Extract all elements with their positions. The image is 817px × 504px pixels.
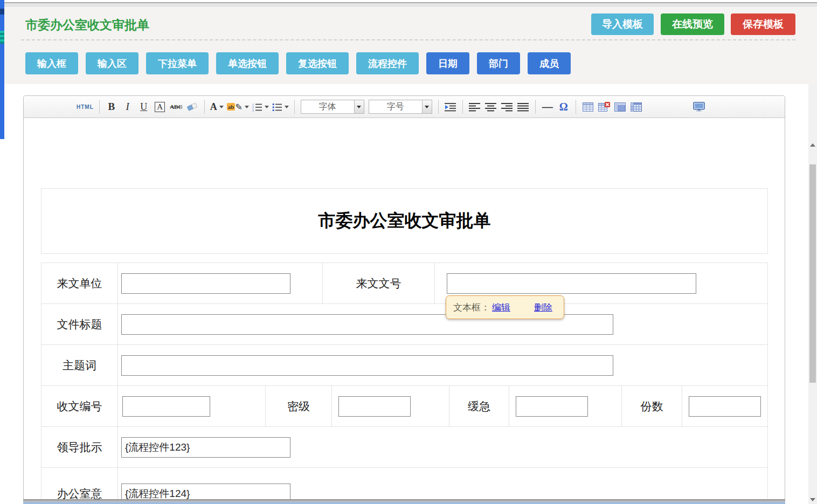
cell-incoming-unit <box>118 263 323 303</box>
form-table: 来文单位 来文文号 文件标题 主题词 <box>41 263 768 504</box>
table-row: 文件标题 <box>41 304 767 345</box>
left-edge-panel <box>0 0 4 139</box>
add-department-button[interactable]: 部门 <box>477 52 520 74</box>
align-justify-icon <box>517 102 529 112</box>
editor-document[interactable]: 市委办公室收文审批单 来文单位 来文文号 文件标题 <box>24 118 785 503</box>
chevron-down-icon <box>357 106 361 108</box>
horizontal-rule-button[interactable]: — <box>541 99 554 114</box>
border-text-button[interactable]: A <box>155 102 165 112</box>
add-dropdown-button[interactable]: 下拉菜单 <box>146 52 209 74</box>
label-receipt-number: 收文编号 <box>41 386 118 426</box>
unordered-list-button[interactable] <box>272 99 289 114</box>
subject-words-input[interactable] <box>121 355 613 376</box>
scroll-down-arrow-icon[interactable] <box>810 498 815 501</box>
cell-leader-instructions <box>118 427 767 467</box>
special-char-button[interactable]: Ω <box>557 99 570 114</box>
header: 市委办公室收文审批单 导入模板 在线预览 保存模板 输入框 输入区 下拉菜单 单… <box>4 6 817 84</box>
delete-field-link[interactable]: 删除 <box>534 301 552 314</box>
label-doc-number: 来文文号 <box>323 263 435 303</box>
indent-button[interactable] <box>444 99 457 114</box>
incoming-unit-input[interactable] <box>121 273 290 294</box>
table-cell-icon <box>614 102 626 112</box>
font-family-dropdown-button[interactable] <box>354 100 364 113</box>
bottom-edge-band <box>23 502 785 504</box>
add-checkbox-button[interactable]: 复选按钮 <box>286 52 349 74</box>
bold-button[interactable]: B <box>105 99 118 114</box>
editor-toolbar: HTML B I U A ABC A ab <box>24 96 785 118</box>
label-urgency: 缓急 <box>449 386 509 426</box>
label-security-level: 密级 <box>266 386 332 426</box>
table-row: 来文单位 来文文号 <box>41 263 767 304</box>
monitor-icon <box>693 102 705 112</box>
font-size-select[interactable]: 字号 <box>369 100 432 114</box>
cell-security-level <box>332 386 449 426</box>
security-level-input[interactable] <box>338 396 411 417</box>
toolbar-separator <box>576 100 576 114</box>
ordered-list-icon: 1 2 3 <box>252 102 262 112</box>
tooltip-label: 文本框： <box>453 301 490 314</box>
align-justify-button[interactable] <box>517 99 530 114</box>
eraser-button[interactable] <box>186 99 199 114</box>
chevron-down-icon <box>245 106 249 108</box>
import-template-button[interactable]: 导入模板 <box>591 13 654 35</box>
html-source-button[interactable]: HTML <box>77 99 94 114</box>
vertical-scrollbar[interactable] <box>808 84 817 504</box>
copies-input[interactable] <box>689 396 761 417</box>
cell-subject-words <box>118 345 767 385</box>
table-row: 收文编号 密级 缓急 份数 <box>41 386 767 427</box>
dashed-separator <box>21 39 795 40</box>
italic-button[interactable]: I <box>121 99 134 114</box>
receipt-number-input[interactable] <box>122 396 210 417</box>
align-center-icon <box>485 102 496 112</box>
add-textarea-button[interactable]: 输入区 <box>86 52 139 74</box>
strikethrough-button[interactable]: ABC <box>170 99 183 114</box>
delete-table-button[interactable] <box>598 99 611 114</box>
chevron-down-icon <box>219 106 224 108</box>
font-size-dropdown-button[interactable] <box>422 100 432 113</box>
scroll-up-arrow-icon[interactable] <box>810 143 815 147</box>
ordered-list-button[interactable]: 1 2 3 <box>252 99 269 114</box>
form-title: 市委办公室收文审批单 <box>319 209 491 233</box>
cell-copies <box>682 386 767 426</box>
page-title: 市委办公室收文审批单 <box>25 17 149 33</box>
chevron-down-icon <box>265 106 269 108</box>
label-doc-title: 文件标题 <box>41 304 118 344</box>
add-input-box-button[interactable]: 输入框 <box>25 52 78 74</box>
leader-instructions-input[interactable] <box>121 437 290 458</box>
form-title-box: 市委办公室收文审批单 <box>41 188 768 254</box>
align-right-button[interactable] <box>501 99 514 114</box>
font-color-button[interactable]: A <box>210 99 224 114</box>
align-right-icon <box>501 102 513 112</box>
label-office-opinion: 办公室意 <box>41 468 118 504</box>
pencil-icon: ✎ <box>235 102 242 112</box>
toolbar-separator <box>462 100 463 114</box>
highlight-button[interactable]: ab ✎ <box>227 99 249 114</box>
page: 市委办公室收文审批单 导入模板 在线预览 保存模板 输入框 输入区 下拉菜单 单… <box>0 0 817 504</box>
table-cell-button[interactable] <box>614 99 627 114</box>
indent-icon <box>445 102 456 112</box>
scrollbar-thumb[interactable] <box>809 164 816 383</box>
align-left-button[interactable] <box>468 99 481 114</box>
online-preview-button[interactable]: 在线预览 <box>661 13 724 35</box>
add-date-button[interactable]: 日期 <box>426 52 469 74</box>
table-row: 办公室意 <box>41 468 767 504</box>
font-family-select[interactable]: 字体 <box>301 100 364 114</box>
urgency-input[interactable] <box>516 396 588 417</box>
add-radio-button[interactable]: 单选按钮 <box>216 52 279 74</box>
insert-table-button[interactable] <box>581 99 594 114</box>
label-copies: 份数 <box>622 386 682 426</box>
add-flow-control-button[interactable]: 流程控件 <box>356 52 419 74</box>
chevron-down-icon <box>285 106 289 108</box>
save-template-button[interactable]: 保存模板 <box>731 13 795 35</box>
add-member-button[interactable]: 成员 <box>528 52 571 74</box>
field-action-tooltip: 文本框： 编辑 删除 <box>446 295 564 319</box>
align-center-button[interactable] <box>484 99 497 114</box>
align-left-icon <box>469 102 480 112</box>
underline-button[interactable]: U <box>137 99 150 114</box>
table-properties-button[interactable] <box>630 99 643 114</box>
edit-field-link[interactable]: 编辑 <box>492 301 510 314</box>
table-properties-icon <box>631 102 642 112</box>
eraser-icon <box>186 102 198 112</box>
doc-number-input[interactable] <box>447 273 696 294</box>
fullscreen-button[interactable] <box>693 99 705 114</box>
